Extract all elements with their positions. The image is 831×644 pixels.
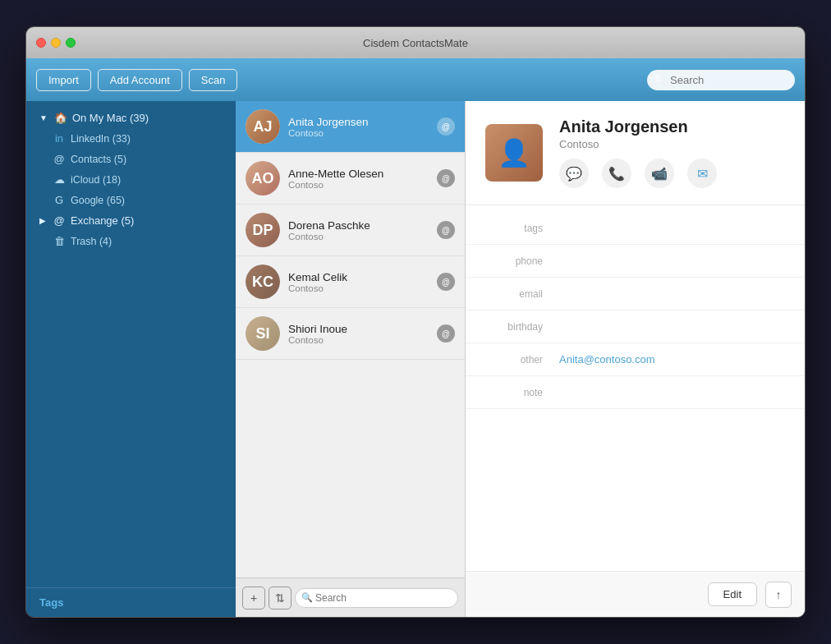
- field-label-birthday: birthday: [485, 321, 543, 333]
- contact-info-4: Shiori Inoue Contoso: [288, 323, 429, 345]
- contact-company-4: Contoso: [288, 335, 429, 345]
- contact-info-1: Anne-Mette Olesen Contoso: [288, 168, 429, 190]
- contact-list: AJ Anita Jorgensen Contoso @ AO Anne-Met…: [236, 101, 466, 617]
- avatar-3: KC: [246, 264, 280, 299]
- field-birthday: birthday: [466, 310, 805, 343]
- field-label-other: other: [485, 354, 543, 366]
- email-icon: ✉: [697, 166, 708, 182]
- sidebar-item-google[interactable]: G Google (65): [26, 190, 236, 210]
- import-button[interactable]: Import: [36, 69, 91, 91]
- detail-contact-company: Contoso: [559, 138, 717, 150]
- sidebar-label-linkedin: LinkedIn (33): [71, 133, 131, 145]
- field-phone: phone: [466, 245, 805, 278]
- avatar-4: SI: [246, 316, 280, 351]
- contact-company-2: Contoso: [288, 232, 429, 242]
- detail-fields: tags phone email birthday other: [466, 205, 805, 571]
- scan-button[interactable]: Scan: [189, 69, 238, 91]
- contact-list-items: AJ Anita Jorgensen Contoso @ AO Anne-Met…: [236, 101, 465, 577]
- avatar-face-1: AO: [246, 161, 280, 196]
- sidebar: ▼ 🏠 On My Mac (39) in LinkedIn (33) @ Co…: [26, 101, 236, 617]
- detail-identity: Anita Jorgensen Contoso 💬 📞 📹: [559, 117, 717, 188]
- contact-item-3[interactable]: KC Kemal Celik Contoso @: [236, 256, 465, 308]
- sidebar-label-on-my-mac: On My Mac (39): [72, 112, 149, 124]
- close-button[interactable]: [36, 38, 46, 48]
- maximize-button[interactable]: [66, 38, 76, 48]
- contact-company-1: Contoso: [288, 180, 429, 190]
- sidebar-item-linkedin[interactable]: in LinkedIn (33): [26, 128, 236, 149]
- sidebar-item-trash[interactable]: 🗑 Trash (4): [26, 231, 236, 251]
- title-bar: Cisdem ContactsMate: [26, 27, 805, 58]
- avatar-face-2: DP: [246, 213, 280, 247]
- email-action-button[interactable]: ✉: [687, 159, 717, 188]
- sidebar-label-google: Google (65): [71, 195, 125, 206]
- message-icon: 💬: [566, 166, 582, 182]
- phone-icon: 📞: [608, 166, 625, 182]
- at-icon: @: [53, 153, 66, 165]
- toolbar-search-input[interactable]: [647, 70, 795, 90]
- detail-avatar: 👤: [485, 124, 543, 182]
- window-title: Cisdem ContactsMate: [363, 37, 468, 49]
- contact-at-icon-2: @: [437, 221, 455, 239]
- list-search-input[interactable]: [295, 588, 458, 608]
- add-contact-button[interactable]: +: [242, 586, 265, 610]
- add-account-button[interactable]: Add Account: [98, 69, 182, 91]
- exchange-icon: @: [53, 214, 66, 227]
- sidebar-item-on-my-mac[interactable]: ▼ 🏠 On My Mac (39): [26, 108, 236, 128]
- contact-list-footer: + ⇅ 🔍: [236, 577, 465, 617]
- field-value-other: Anita@contoso.com: [559, 353, 655, 366]
- detail-contact-name: Anita Jorgensen: [559, 117, 717, 136]
- sidebar-item-exchange[interactable]: ▶ @ Exchange (5): [26, 210, 236, 231]
- phone-action-button[interactable]: 📞: [602, 159, 631, 188]
- field-tags: tags: [466, 212, 805, 245]
- avatar-2: DP: [246, 213, 280, 247]
- sort-button[interactable]: ⇅: [269, 586, 292, 610]
- video-icon: 📹: [651, 166, 668, 182]
- contact-company-0: Contoso: [288, 128, 429, 138]
- google-icon: G: [53, 194, 66, 206]
- contact-item-2[interactable]: DP Dorena Paschke Contoso @: [236, 205, 465, 256]
- contact-name-0: Anita Jorgensen: [288, 116, 429, 128]
- sidebar-label-contacts: Contacts (5): [71, 154, 126, 165]
- sidebar-nav: ▼ 🏠 On My Mac (39) in LinkedIn (33) @ Co…: [26, 101, 236, 587]
- avatar-1: AO: [246, 161, 280, 196]
- sidebar-label-exchange: Exchange (5): [71, 214, 134, 227]
- contact-at-icon-0: @: [437, 117, 455, 136]
- field-label-tags: tags: [485, 223, 543, 234]
- contact-item-0[interactable]: AJ Anita Jorgensen Contoso @: [236, 101, 465, 153]
- share-icon: ↑: [776, 588, 782, 601]
- detail-actions: 💬 📞 📹 ✉: [559, 159, 717, 188]
- detail-header: 👤 Anita Jorgensen Contoso 💬 📞 📹: [466, 101, 805, 205]
- field-label-phone: phone: [485, 255, 543, 267]
- sidebar-label-icloud: iCloud (18): [71, 174, 121, 186]
- avatar-face-4: SI: [246, 316, 280, 351]
- chevron-down-icon: ▼: [39, 113, 48, 122]
- sidebar-item-contacts[interactable]: @ Contacts (5): [26, 149, 236, 169]
- contact-item-1[interactable]: AO Anne-Mette Olesen Contoso @: [236, 153, 465, 205]
- sidebar-item-icloud[interactable]: ☁ iCloud (18): [26, 169, 236, 190]
- contact-name-1: Anne-Mette Olesen: [288, 168, 429, 180]
- list-search-wrapper: 🔍: [295, 588, 458, 608]
- field-other: other Anita@contoso.com: [466, 343, 805, 376]
- home-icon: 🏠: [54, 112, 67, 124]
- contact-name-2: Dorena Paschke: [288, 219, 429, 232]
- message-action-button[interactable]: 💬: [559, 159, 589, 188]
- tags-section: Tags: [26, 587, 236, 617]
- minimize-button[interactable]: [51, 38, 61, 48]
- toolbar-search-wrapper: 🔍: [647, 70, 795, 90]
- avatar-0: AJ: [246, 109, 280, 144]
- contact-info-2: Dorena Paschke Contoso: [288, 219, 429, 242]
- sidebar-label-trash: Trash (4): [71, 236, 112, 247]
- contact-at-icon-4: @: [437, 324, 455, 343]
- edit-button[interactable]: Edit: [708, 582, 757, 606]
- contact-at-icon-1: @: [437, 169, 455, 187]
- contact-info-0: Anita Jorgensen Contoso: [288, 116, 429, 138]
- contact-info-3: Kemal Celik Contoso: [288, 271, 429, 293]
- contact-item-4[interactable]: SI Shiori Inoue Contoso @: [236, 308, 465, 360]
- list-search-icon: 🔍: [301, 592, 313, 603]
- chevron-right-icon: ▶: [39, 216, 46, 225]
- app-window: Cisdem ContactsMate Import Add Account S…: [25, 26, 806, 618]
- detail-footer: Edit ↑: [466, 571, 805, 617]
- contact-name-4: Shiori Inoue: [288, 323, 429, 335]
- share-button[interactable]: ↑: [765, 582, 792, 608]
- video-action-button[interactable]: 📹: [645, 159, 674, 188]
